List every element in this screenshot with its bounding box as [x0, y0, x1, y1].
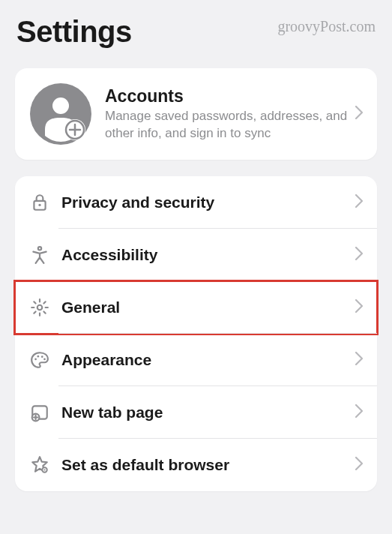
chevron-right-icon	[349, 106, 370, 122]
menu-item-general[interactable]: General	[15, 281, 377, 334]
menu-item-label: Accessibility	[61, 246, 349, 264]
svg-point-7	[38, 204, 40, 206]
chevron-right-icon	[349, 404, 370, 421]
menu-item-label: Appearance	[61, 351, 349, 369]
accounts-subtitle: Manage saved passwords, addresses, and o…	[105, 108, 349, 141]
svg-point-12	[41, 356, 43, 358]
menu-item-label: General	[61, 298, 349, 316]
account-avatar-icon	[30, 83, 91, 145]
menu-card: Privacy and security Accessibility Gener…	[15, 176, 377, 491]
menu-item-label: Set as default browser	[61, 456, 349, 474]
svg-point-9	[37, 305, 43, 310]
chevron-right-icon	[349, 247, 370, 263]
star-gear-icon	[28, 454, 51, 476]
header: Settings groovyPost.com	[0, 0, 392, 55]
accounts-card: Accounts Manage saved passwords, address…	[15, 68, 377, 160]
chevron-right-icon	[349, 352, 370, 368]
menu-item-label: Privacy and security	[61, 194, 349, 212]
svg-point-8	[38, 247, 41, 250]
accounts-title: Accounts	[105, 86, 349, 106]
menu-item-privacy-security[interactable]: Privacy and security	[15, 176, 377, 229]
watermark: groovyPost.com	[277, 18, 376, 35]
svg-point-13	[43, 358, 46, 361]
menu-item-accessibility[interactable]: Accessibility	[15, 229, 377, 281]
chevron-right-icon	[349, 194, 370, 211]
lock-icon	[28, 191, 51, 214]
page-title: Settings	[16, 15, 132, 49]
gear-icon	[28, 296, 51, 319]
new-tab-icon	[28, 401, 51, 424]
chevron-right-icon	[349, 299, 370, 316]
svg-point-10	[34, 358, 37, 361]
accessibility-icon	[28, 244, 51, 266]
palette-icon	[28, 349, 51, 371]
menu-item-appearance[interactable]: Appearance	[15, 334, 377, 386]
chevron-right-icon	[349, 457, 370, 473]
svg-point-11	[37, 356, 40, 358]
menu-item-new-tab-page[interactable]: New tab page	[15, 386, 377, 439]
menu-item-default-browser[interactable]: Set as default browser	[15, 439, 377, 491]
svg-point-19	[43, 469, 45, 470]
accounts-text: Accounts Manage saved passwords, address…	[105, 86, 349, 141]
svg-point-1	[52, 98, 69, 114]
menu-item-label: New tab page	[61, 404, 349, 422]
accounts-row[interactable]: Accounts Manage saved passwords, address…	[15, 68, 377, 160]
